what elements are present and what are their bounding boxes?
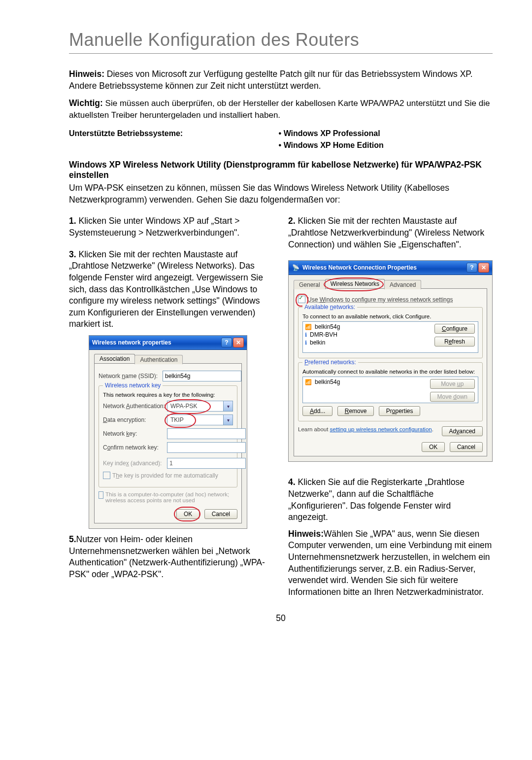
confirm-input[interactable] [167, 442, 246, 453]
dialog2-title: Wireless Network Connection Properties [302, 264, 417, 271]
cancel-button[interactable]: Cancel [204, 509, 237, 519]
auth-label: Network Authentication: [103, 403, 167, 410]
dialog1-title: Wireless network properties [92, 339, 171, 346]
keyidx-label: Key index (advanced): [103, 460, 167, 467]
step1-text: Klicken Sie unter Windows XP auf „Start … [69, 216, 239, 238]
network-item[interactable]: belkin54g [305, 323, 431, 331]
keyidx-input [167, 458, 246, 469]
wkey-group-title: Wireless network key [103, 382, 163, 389]
ssid-label: Network name (SSID): [99, 373, 163, 380]
step5-text: Nutzer von Heim- oder kleinen Unternehme… [69, 534, 265, 579]
tab-association[interactable]: Association [94, 354, 135, 363]
ssid-input[interactable] [163, 371, 241, 381]
step4-num: 4. [288, 477, 296, 487]
adhoc-label: This is a computer-to-computer (ad hoc) … [105, 491, 237, 503]
step4-hinweis-text: Wählen Sie „WPA" aus, wenn Sie diesen Co… [288, 529, 492, 597]
step1-num: 1. [69, 216, 76, 226]
network-item[interactable]: DMR-BVH [305, 331, 431, 339]
dialog2-titlebar: 📡 Wireless Network Connection Properties… [289, 261, 492, 275]
wifi-icon [305, 379, 312, 385]
step5-num: 5. [69, 534, 76, 544]
ok-button[interactable]: OK [422, 442, 445, 452]
hinweis-label: Hinweis: [69, 69, 104, 79]
auth-dropdown[interactable]: WPA-PSK ▾ [167, 401, 233, 412]
help-icon[interactable]: ? [221, 338, 232, 347]
tab-advanced[interactable]: Advanced [384, 280, 421, 289]
page-title: Manuelle Konfiguration des Routers [69, 30, 493, 50]
learn-end: . [432, 426, 433, 432]
autokey-checkbox [103, 472, 110, 479]
pref-desc: Automatically connect to available netwo… [302, 369, 478, 375]
hinweis-text: Dieses von Microsoft zur Verfügung geste… [69, 69, 473, 91]
netkey-label: Network key: [103, 430, 167, 437]
usewindows-label: Use Windows to configure my wireless net… [307, 296, 453, 303]
tab-authentication[interactable]: Authentication [134, 355, 183, 364]
advanced-button[interactable]: Advanced [442, 426, 483, 436]
learn-link[interactable]: setting up wireless network configuratio… [330, 426, 432, 432]
title-divider [69, 53, 493, 54]
step4-text: Klicken Sie auf die Registerkarte „Draht… [288, 477, 465, 522]
dialog1-titlebar: Wireless network properties ? ✕ [89, 336, 247, 350]
confirm-label: Confirm network key: [103, 444, 167, 451]
network-item[interactable]: belkin [305, 339, 431, 346]
learn-text: Learn about [298, 426, 330, 432]
tab-wireless-networks[interactable]: Wireless Networks [325, 279, 385, 288]
enc-value: TKIP [170, 416, 184, 423]
preferred-item[interactable]: belkin54g [305, 378, 426, 386]
ok-button[interactable]: OK [176, 509, 200, 519]
close-icon[interactable]: ✕ [478, 263, 489, 273]
wkey-desc: This network requires a key for the foll… [103, 392, 233, 398]
remove-button[interactable]: Remove [337, 406, 374, 416]
netkey-input[interactable] [167, 428, 246, 439]
enc-dropdown[interactable]: TKIP ▾ [167, 415, 233, 425]
wichtig-text: Sie müssen auch überprüfen, ob der Herst… [69, 99, 490, 120]
dialog-connection-properties: 📡 Wireless Network Connection Properties… [288, 260, 493, 462]
wichtig-label: Wichtig: [69, 98, 103, 108]
usewindows-checkbox[interactable]: ✓ [298, 296, 305, 303]
cancel-button[interactable]: Cancel [450, 442, 483, 452]
avail-desc: To connect to an available network, clic… [302, 313, 478, 319]
refresh-button[interactable]: Refresh [434, 337, 475, 346]
os-bullet-2: • Windows XP Home Edition [279, 141, 384, 149]
help-icon[interactable]: ? [466, 263, 477, 273]
close-icon[interactable]: ✕ [233, 338, 244, 347]
step4-hinweis-label: Hinweis: [288, 529, 324, 539]
moveup-button: Move up [430, 379, 475, 389]
section-title: Windows XP Wireless Network Utility (Die… [69, 160, 493, 180]
autokey-label: The key is provided for me automatically [112, 472, 218, 479]
movedown-button: Move down [430, 392, 475, 402]
properties-button[interactable]: Properties [379, 406, 421, 416]
chevron-down-icon: ▾ [223, 415, 233, 425]
network-icon: 📡 [292, 264, 299, 272]
dialog-properties: Wireless network properties ? ✕ Associat… [89, 335, 247, 529]
auth-value: WPA-PSK [170, 403, 197, 410]
os-bullet-1: • Windows XP Professional [279, 129, 380, 138]
avail-title: Available networks: [302, 304, 357, 311]
chevron-down-icon: ▾ [223, 401, 233, 411]
pref-title: Preferred networks: [302, 359, 358, 366]
os-heading: Unterstützte Betriebssysteme: [69, 129, 183, 138]
add-button[interactable]: Add... [302, 406, 332, 416]
step3-text: Klicken Sie mit der rechten Maustaste au… [69, 249, 263, 329]
intro-text: Um WPA-PSK einsetzen zu können, müssen S… [69, 182, 493, 206]
step2-num: 2. [288, 216, 296, 226]
adhoc-checkbox [99, 491, 103, 499]
info-icon [305, 339, 307, 346]
page-number: 50 [69, 613, 493, 623]
wifi-icon [305, 323, 312, 330]
configure-button[interactable]: Configure [434, 324, 475, 334]
step3-num: 3. [69, 249, 76, 259]
info-icon [305, 331, 307, 338]
tab-general[interactable]: General [294, 280, 326, 289]
step2-text: Klicken Sie mit der rechten Maustaste au… [288, 216, 484, 249]
enc-label: Data encryption: [103, 416, 167, 423]
